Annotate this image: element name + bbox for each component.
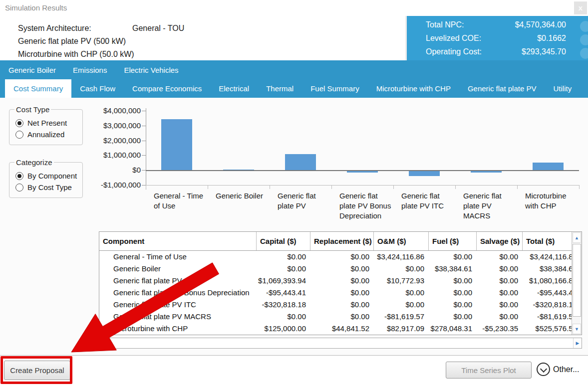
tab-cash-flow[interactable]: Cash Flow bbox=[71, 79, 124, 98]
other-label: Other... bbox=[553, 365, 579, 374]
value-cell: $0.00 bbox=[374, 299, 429, 311]
radio-icon bbox=[15, 172, 23, 180]
chart-category-label: Microturbine with CHP bbox=[517, 191, 579, 211]
x-axis-tick bbox=[146, 185, 146, 189]
tab-row-components: Generic BoilerEmissionsElectric Vehicles bbox=[0, 60, 588, 79]
tab-emissions[interactable]: Emissions bbox=[64, 60, 115, 79]
tab-microturbine-with-chp[interactable]: Microturbine with CHP bbox=[368, 79, 459, 98]
component-cell: Generic flat plate PV MACRS bbox=[99, 311, 257, 323]
column-header[interactable]: Replacement ($) bbox=[310, 232, 374, 250]
table-horizontal-scrollbar[interactable]: ▶ bbox=[106, 338, 582, 349]
chart-bar bbox=[533, 163, 564, 171]
categorize-legend: Categorize bbox=[14, 158, 54, 167]
component-cell: Generic flat plate PV bbox=[99, 275, 257, 287]
y-axis-tick bbox=[142, 185, 146, 186]
value-cell: $0.00 bbox=[429, 311, 477, 323]
value-cell: $0.00 bbox=[310, 299, 374, 311]
x-axis-tick bbox=[393, 185, 394, 189]
chevron-down-icon[interactable] bbox=[537, 363, 550, 376]
scrollbar-thumb[interactable] bbox=[573, 244, 581, 317]
chart-bar bbox=[161, 119, 192, 170]
value-cell: $1,080,166.87 bbox=[523, 275, 573, 287]
tab-thermal[interactable]: Thermal bbox=[258, 79, 302, 98]
scroll-up-icon[interactable]: ▲ bbox=[573, 232, 581, 243]
table-row: Generic Boiler$0.00$0.00$0.00$38,384.61$… bbox=[99, 263, 582, 275]
x-axis-tick bbox=[455, 185, 456, 189]
info-dot-icon bbox=[580, 21, 588, 32]
chart-bar bbox=[285, 154, 316, 170]
column-header[interactable]: O&M ($) bbox=[374, 232, 429, 250]
footer-divider bbox=[0, 355, 588, 356]
create-proposal-button[interactable]: Create Proposal bbox=[4, 361, 70, 380]
scroll-down-icon[interactable]: ▼ bbox=[573, 324, 581, 334]
y-axis-tick-label: $3,000,000 bbox=[98, 121, 141, 130]
chart-category-label: Generic flat plate PV MACRS bbox=[455, 191, 517, 221]
close-icon[interactable]: x bbox=[574, 1, 587, 14]
radio-icon bbox=[15, 119, 23, 127]
value-cell: $0.00 bbox=[257, 263, 310, 275]
metric-label: Operating Cost: bbox=[426, 47, 482, 59]
value-cell: $0.00 bbox=[477, 287, 523, 299]
tab-row-results: Cost SummaryCash FlowCompare EconomicsEl… bbox=[0, 79, 588, 98]
tab-compare-economics[interactable]: Compare Economics bbox=[124, 79, 210, 98]
info-dot-icon bbox=[580, 34, 588, 45]
info-dot-icon bbox=[580, 48, 588, 59]
value-cell: $3,424,116.86 bbox=[374, 251, 429, 263]
column-header[interactable]: Total ($) bbox=[523, 232, 573, 250]
value-cell: $0.00 bbox=[477, 251, 523, 263]
column-header[interactable]: Fuel ($) bbox=[429, 232, 477, 250]
metric-label: Total NPC: bbox=[426, 20, 464, 32]
table-vertical-scrollbar[interactable]: ▲▼ bbox=[572, 232, 582, 335]
metrics-summary-box: Total NPC:$4,570,364.00Levelized COE:$0.… bbox=[405, 16, 588, 60]
table-header-row: ComponentCapital ($)Replacement ($)O&M (… bbox=[99, 232, 582, 251]
tab-fuel-summary[interactable]: Fuel Summary bbox=[302, 79, 368, 98]
architecture-value: General - TOU bbox=[132, 22, 184, 35]
cost-summary-bar-chart: $4,000,000$3,000,000$2,000,000$1,000,000… bbox=[98, 102, 585, 229]
table-row: Generic flat plate PV$1,069,393.94$0.00$… bbox=[99, 275, 582, 287]
tab-electric-vehicles[interactable]: Electric Vehicles bbox=[115, 60, 187, 79]
value-cell: $1,069,393.94 bbox=[257, 275, 310, 287]
column-header[interactable]: Component bbox=[99, 232, 257, 250]
zero-line bbox=[146, 170, 579, 171]
value-cell: $0.00 bbox=[429, 251, 477, 263]
component-cell: Generic Boiler bbox=[99, 263, 257, 275]
value-cell: $38,384.61 bbox=[523, 263, 573, 275]
metric-row: Levelized COE:$0.1662 bbox=[407, 34, 588, 46]
cost-summary-table: ComponentCapital ($)Replacement ($)O&M (… bbox=[99, 231, 582, 335]
value-cell: $0.00 bbox=[257, 311, 310, 323]
value-cell: $0.00 bbox=[429, 275, 477, 287]
cost-type-net-present-radio[interactable]: Net Present bbox=[15, 119, 78, 127]
tab-generic-flat-plate-pv[interactable]: Generic flat plate PV bbox=[459, 79, 545, 98]
value-cell: $44,841.52 bbox=[310, 323, 374, 335]
categorize-by-cost-type-radio[interactable]: By Cost Type bbox=[15, 183, 78, 192]
x-axis-tick bbox=[517, 185, 518, 189]
metric-label: Levelized COE: bbox=[426, 34, 481, 46]
x-axis-tick bbox=[208, 185, 208, 189]
value-cell: -$81,619.57 bbox=[374, 311, 429, 323]
y-axis-tick bbox=[142, 111, 146, 111]
categorize-by-component-radio[interactable]: By Component bbox=[15, 172, 78, 180]
value-cell: $10,772.93 bbox=[374, 275, 429, 287]
architecture-line-chp: Microturbine with CHP (50.0 kW) bbox=[18, 48, 184, 61]
scroll-right-icon[interactable]: ▶ bbox=[573, 338, 582, 348]
value-cell: $0.00 bbox=[477, 311, 523, 323]
value-cell: -$320,818.18 bbox=[523, 299, 573, 311]
tab-generic-boiler[interactable]: Generic Boiler bbox=[0, 60, 64, 79]
table-row: Generic flat plate PV Bonus Depreciation… bbox=[99, 287, 582, 299]
value-cell: $0.00 bbox=[257, 251, 310, 263]
column-header[interactable]: Capital ($) bbox=[257, 232, 310, 250]
tab-electrical[interactable]: Electrical bbox=[210, 79, 258, 98]
time-series-plot-button[interactable]: Time Series Plot bbox=[446, 362, 532, 379]
other-menu-button[interactable]: Other... bbox=[537, 363, 579, 376]
y-axis-tick-label: -$1,000,000 bbox=[98, 181, 141, 190]
tab-utility[interactable]: Utility bbox=[545, 79, 580, 98]
tab-cost-summary[interactable]: Cost Summary bbox=[5, 79, 71, 98]
value-cell: $0.00 bbox=[374, 263, 429, 275]
metric-row: Total NPC:$4,570,364.00 bbox=[407, 20, 588, 32]
radio-label: Annualized bbox=[27, 130, 64, 139]
radio-label: Net Present bbox=[27, 119, 67, 127]
column-header[interactable]: Salvage ($) bbox=[477, 232, 523, 250]
categorize-group: Categorize By ComponentBy Cost Type bbox=[9, 158, 83, 198]
cost-type-annualized-radio[interactable]: Annualized bbox=[15, 130, 78, 139]
radio-label: By Component bbox=[27, 172, 77, 180]
